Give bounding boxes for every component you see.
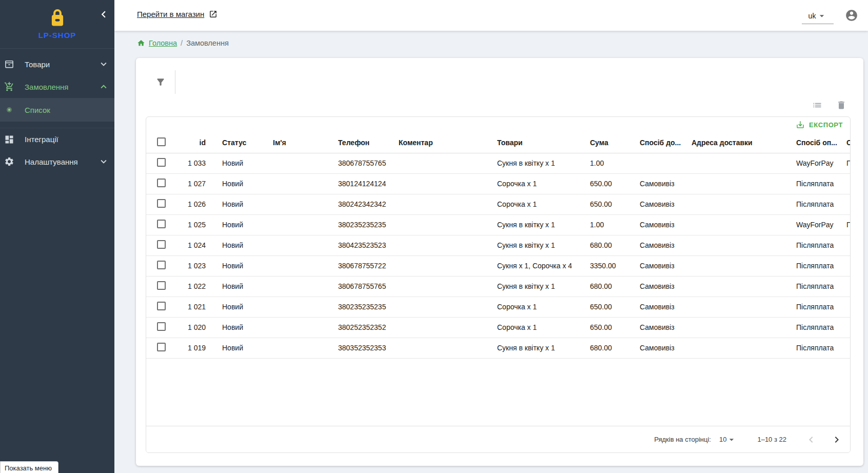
cell-status: Новий (214, 276, 265, 297)
cell-phone: 380242342342 (330, 194, 390, 214)
cell-address (683, 235, 788, 255)
cell-payment: Післяплата (788, 194, 838, 214)
cell-comment (390, 255, 489, 276)
breadcrumb-home-link[interactable]: Головна (149, 39, 177, 47)
cell-phone: 380124124124 (330, 173, 390, 194)
column-header-address[interactable]: Адреса доставки (683, 132, 788, 153)
row-checkbox[interactable] (157, 302, 166, 310)
row-checkbox[interactable] (157, 261, 166, 269)
row-checkbox[interactable] (157, 343, 166, 351)
row-checkbox[interactable] (157, 322, 166, 331)
cell-payment_status (838, 255, 850, 276)
column-header-comment[interactable]: Коментар (390, 132, 489, 153)
row-checkbox-cell (146, 194, 177, 214)
column-header-delivery[interactable]: Спосіб до... (632, 132, 683, 153)
status-bar-tooltip: Показать меню (0, 461, 58, 473)
table-row[interactable]: 1 033Новий380678755765Сукня в квітку x 1… (146, 153, 850, 173)
row-checkbox[interactable] (157, 240, 166, 249)
sidebar-item-orders[interactable]: Замовлення (0, 75, 114, 98)
chevron-down-icon (98, 156, 109, 167)
export-button[interactable]: ЕКСПОРТ (796, 120, 843, 129)
column-header-name[interactable]: Ім'я (265, 132, 330, 153)
sidebar-item-settings[interactable]: Налаштування (0, 150, 114, 173)
filter-icon[interactable] (155, 77, 166, 87)
table-row[interactable]: 1 021Новий380235235235Сорочка x 1650.00С… (146, 297, 850, 317)
caret-down-icon (817, 11, 827, 21)
column-header-phone[interactable]: Телефон (330, 132, 390, 153)
row-checkbox-cell (146, 214, 177, 235)
next-page-icon[interactable] (831, 433, 843, 446)
cell-address (683, 338, 788, 358)
column-header-id[interactable]: id (177, 132, 214, 153)
row-checkbox[interactable] (157, 281, 166, 290)
cell-products: Сукня в квітку x 1 (489, 276, 582, 297)
cell-sum: 680.00 (582, 338, 632, 358)
cell-status: Новий (214, 235, 265, 255)
sidebar-item-orders-list[interactable]: Список (0, 98, 114, 122)
cell-products: Сукня в квітку x 1 (489, 235, 582, 255)
cell-delivery: Самовивіз (632, 194, 683, 214)
sidebar-item-products[interactable]: Товари (0, 53, 114, 75)
row-checkbox[interactable] (157, 220, 166, 228)
cell-delivery: Самовивіз (632, 297, 683, 317)
trash-icon[interactable] (836, 100, 846, 110)
column-header-products[interactable]: Товари (489, 132, 582, 153)
previous-page-icon[interactable] (805, 433, 817, 446)
table-row[interactable]: 1 020Новий380252352352Сорочка x 1650.00С… (146, 317, 850, 338)
sidebar-menu: Товари Замовлення Список Інтеграці (0, 53, 114, 173)
export-bar: ЕКСПОРТ (146, 117, 850, 132)
table-row[interactable]: 1 019Новий380352352353Сукня в квітку x 1… (146, 338, 850, 358)
cell-phone: 380252352352 (330, 317, 390, 338)
list-view-icon[interactable] (812, 100, 822, 110)
sidebar-item-label: Список (25, 106, 109, 114)
language-select[interactable]: uk (802, 8, 834, 24)
cell-payment: Післяплата (788, 255, 838, 276)
column-header-sum[interactable]: Сума (582, 132, 632, 153)
column-header-payment-status[interactable]: Ст (838, 132, 850, 153)
column-header-status[interactable]: Статус (214, 132, 265, 153)
cell-delivery: Самовивіз (632, 255, 683, 276)
go-to-store-label: Перейти в магазин (137, 10, 204, 18)
go-to-store-link[interactable]: Перейти в магазин (137, 10, 218, 18)
cell-sum: 650.00 (582, 297, 632, 317)
cell-address (683, 153, 788, 173)
collapse-sidebar-icon[interactable] (97, 8, 110, 21)
cell-status: Новий (214, 297, 265, 317)
cell-name (265, 317, 330, 338)
table-row[interactable]: 1 024Новий380423523523Сукня в квітку x 1… (146, 235, 850, 255)
cell-payment: Післяплата (788, 297, 838, 317)
sidebar-item-label: Налаштування (25, 157, 98, 166)
row-checkbox[interactable] (157, 158, 166, 167)
cell-sum: 650.00 (582, 194, 632, 214)
cell-status: Новий (214, 338, 265, 358)
cell-name (265, 194, 330, 214)
cell-sum: 680.00 (582, 276, 632, 297)
cell-payment: Післяплата (788, 338, 838, 358)
table-row[interactable]: 1 022Новий380678755765Сукня в квітку x 1… (146, 276, 850, 297)
cell-sum: 1.00 (582, 153, 632, 173)
table-row[interactable]: 1 023Новий380678755722Сукня x 1, Сорочка… (146, 255, 850, 276)
row-checkbox[interactable] (157, 179, 166, 187)
cell-name (265, 338, 330, 358)
table-scroll-area[interactable]: id Статус Ім'я Телефон Коментар Товари С… (146, 132, 850, 359)
cell-id: 1 022 (177, 276, 214, 297)
rows-per-page-select[interactable]: 10 (719, 435, 737, 445)
cell-comment (390, 297, 489, 317)
table-row[interactable]: 1 026Новий380242342342Сорочка x 1650.00С… (146, 194, 850, 214)
cell-id: 1 027 (177, 173, 214, 194)
row-checkbox[interactable] (157, 199, 166, 208)
table-row[interactable]: 1 025Новий380235235235Сукня в квітку x 1… (146, 214, 850, 235)
user-avatar-icon[interactable] (845, 9, 858, 22)
table-header-row: id Статус Ім'я Телефон Коментар Товари С… (146, 132, 850, 153)
sidebar-item-integrations[interactable]: Інтеграції (0, 128, 114, 150)
cell-comment (390, 153, 489, 173)
breadcrumb-separator: / (181, 39, 183, 47)
table-row[interactable]: 1 027Новий380124124124Сорочка x 1650.00С… (146, 173, 850, 194)
cell-comment (390, 276, 489, 297)
select-all-checkbox[interactable] (157, 137, 166, 146)
cell-name (265, 255, 330, 276)
logo-text: LP-SHOP (0, 31, 114, 40)
orders-table: id Статус Ім'я Телефон Коментар Товари С… (146, 132, 850, 359)
cell-phone: 380678755765 (330, 153, 390, 173)
column-header-payment[interactable]: Спосіб оп... (788, 132, 838, 153)
